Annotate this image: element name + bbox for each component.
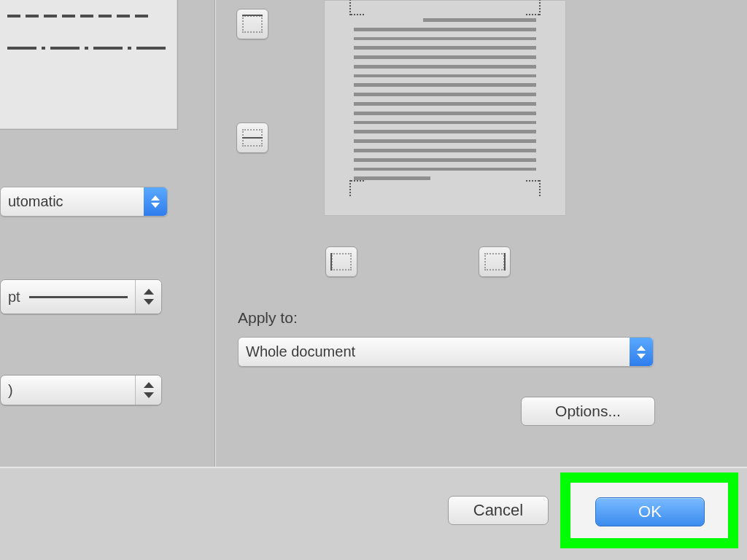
color-dropdown[interactable]: utomatic — [0, 187, 168, 217]
border-middle-button[interactable] — [236, 122, 268, 153]
dropdown-arrows-icon — [144, 187, 167, 216]
border-left-button[interactable] — [325, 246, 357, 277]
art-stepper[interactable]: ) — [0, 375, 162, 405]
apply-to-dropdown[interactable]: Whole document — [238, 337, 654, 367]
margin-marker-icon — [532, 179, 549, 196]
border-left-icon — [331, 253, 352, 271]
margin-marker-icon — [532, 0, 549, 17]
apply-to-label: Apply to: — [238, 309, 298, 327]
left-column: utomatic pt ) — [0, 0, 197, 467]
border-top-button[interactable] — [236, 9, 268, 39]
stepper-arrows-icon — [135, 280, 161, 314]
border-style-list[interactable] — [0, 0, 178, 130]
dropdown-arrows-icon — [630, 338, 653, 366]
stepper-arrows-icon — [135, 376, 161, 405]
options-button[interactable]: Options... — [521, 397, 655, 426]
style-dash-dot[interactable] — [0, 18, 177, 50]
art-value: ) — [8, 382, 13, 399]
border-middle-icon — [242, 129, 263, 147]
ok-button[interactable]: OK — [595, 497, 705, 526]
border-right-icon — [484, 253, 505, 271]
margin-marker-icon — [341, 0, 358, 17]
color-value: utomatic — [1, 187, 144, 216]
border-right-button[interactable] — [479, 246, 511, 277]
cancel-button[interactable]: Cancel — [448, 496, 549, 525]
margin-marker-icon — [341, 179, 358, 196]
style-dashed[interactable] — [0, 0, 177, 18]
width-preview-line — [29, 296, 128, 298]
apply-to-value: Whole document — [239, 338, 630, 366]
width-unit: pt — [8, 289, 20, 306]
width-stepper[interactable]: pt — [0, 279, 162, 314]
tutorial-highlight: OK — [560, 472, 738, 548]
page-preview — [324, 0, 566, 216]
vertical-divider — [214, 0, 216, 467]
border-top-icon — [242, 15, 263, 33]
